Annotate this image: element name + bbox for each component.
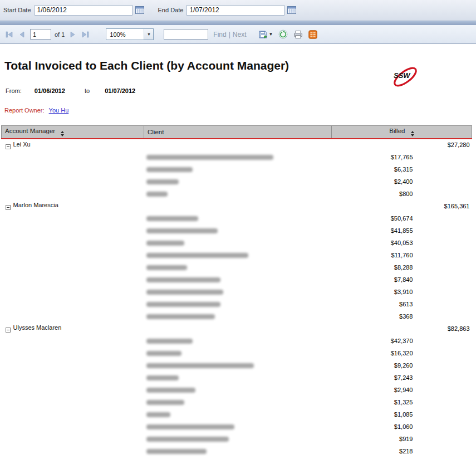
table-header-row: Account Manager Client Billed bbox=[2, 126, 472, 139]
sort-icon[interactable] bbox=[61, 131, 64, 136]
empty-cell bbox=[2, 286, 144, 298]
client-billed-value: $218 bbox=[332, 445, 472, 457]
empty-cell bbox=[2, 188, 144, 200]
find-input[interactable] bbox=[164, 29, 208, 40]
client-billed-value: $919 bbox=[332, 433, 472, 445]
client-row: $2,400 bbox=[2, 175, 472, 188]
client-cell bbox=[144, 261, 332, 273]
client-billed-value: $40,053 bbox=[332, 237, 472, 249]
data-feed-button[interactable] bbox=[306, 28, 320, 41]
empty-cell bbox=[2, 421, 144, 433]
client-name-redacted bbox=[146, 277, 220, 282]
client-name-redacted bbox=[146, 167, 193, 172]
first-page-button[interactable] bbox=[3, 28, 16, 41]
empty-cell bbox=[2, 163, 144, 175]
client-cell bbox=[144, 188, 332, 200]
column-header-billed[interactable]: Billed bbox=[332, 126, 472, 139]
client-billed-value: $2,400 bbox=[332, 175, 472, 188]
client-row: $919 bbox=[2, 433, 472, 445]
client-name-redacted bbox=[146, 241, 184, 246]
collapse-group-icon[interactable] bbox=[6, 144, 11, 149]
client-cell bbox=[144, 224, 332, 237]
empty-cell bbox=[2, 384, 144, 396]
account-manager-group-row: Marlon Marescia$165,361 bbox=[2, 200, 472, 212]
empty-cell bbox=[2, 212, 144, 224]
collapse-group-icon[interactable] bbox=[6, 205, 11, 210]
client-cell bbox=[144, 310, 332, 322]
find-button[interactable]: Find bbox=[213, 31, 226, 38]
export-save-button[interactable]: ▼ bbox=[256, 28, 276, 41]
client-cell bbox=[144, 298, 332, 310]
group-total-billed: $165,361 bbox=[332, 200, 472, 212]
client-cell bbox=[144, 249, 332, 261]
client-billed-value: $11,760 bbox=[332, 249, 472, 261]
next-page-button[interactable] bbox=[67, 28, 79, 41]
start-date-calendar-icon[interactable] bbox=[135, 6, 145, 14]
empty-cell bbox=[2, 433, 144, 445]
empty-cell bbox=[2, 359, 144, 372]
empty-cell bbox=[2, 237, 144, 249]
page-number-input[interactable] bbox=[30, 29, 51, 40]
client-row: $1,085 bbox=[2, 408, 472, 421]
account-manager-name: Lei Xu bbox=[13, 141, 31, 148]
report-owner-link[interactable]: You Hu bbox=[49, 107, 69, 114]
client-row: $17,765 bbox=[2, 151, 472, 163]
empty-cell bbox=[2, 310, 144, 322]
report-owner-line: Report Owner: You Hu bbox=[4, 107, 476, 114]
empty-cell bbox=[2, 445, 144, 457]
client-row: $50,674 bbox=[2, 212, 472, 224]
last-page-button[interactable] bbox=[79, 28, 91, 41]
client-name-redacted bbox=[146, 155, 273, 160]
client-name-redacted bbox=[146, 302, 220, 307]
account-manager-group-row: Lei Xu$27,280 bbox=[2, 139, 472, 151]
ssw-logo-text: SSW bbox=[394, 71, 411, 80]
client-row: $40,053 bbox=[2, 237, 472, 249]
column-header-account-manager[interactable]: Account Manager bbox=[2, 126, 144, 139]
account-manager-header-label: Account Manager bbox=[5, 128, 55, 134]
client-billed-value: $17,765 bbox=[332, 151, 472, 163]
empty-cell bbox=[2, 151, 144, 163]
client-name-redacted bbox=[146, 314, 215, 319]
find-next-separator: | bbox=[229, 31, 230, 38]
end-date-input[interactable] bbox=[187, 5, 284, 16]
sort-icon[interactable] bbox=[411, 131, 414, 136]
account-manager-group-row: Ulysses Maclaren$82,863 bbox=[2, 322, 472, 335]
client-billed-value: $2,940 bbox=[332, 384, 472, 396]
empty-cell bbox=[2, 261, 144, 273]
start-date-input[interactable] bbox=[35, 5, 133, 16]
client-name-redacted bbox=[146, 339, 193, 344]
client-cell bbox=[144, 408, 332, 421]
account-manager-cell: Marlon Marescia bbox=[2, 200, 144, 212]
parameter-bar: Start Date End Date bbox=[0, 0, 476, 21]
next-button[interactable]: Next bbox=[233, 31, 247, 38]
refresh-button[interactable] bbox=[276, 28, 291, 41]
client-header-label: Client bbox=[148, 129, 164, 135]
client-cell bbox=[144, 384, 332, 396]
report-page: SSW Total Invoiced to Each Client (by Ac… bbox=[0, 58, 476, 457]
zoom-select[interactable]: 100% ▼ bbox=[106, 28, 154, 40]
client-cell bbox=[144, 200, 332, 212]
client-name-redacted bbox=[146, 363, 254, 368]
client-name-redacted bbox=[146, 388, 195, 393]
toolbar-bottom-highlight bbox=[0, 44, 476, 45]
client-billed-value: $613 bbox=[332, 298, 472, 310]
client-row: $11,760 bbox=[2, 249, 472, 261]
client-row: $7,840 bbox=[2, 273, 472, 286]
print-button[interactable] bbox=[291, 28, 306, 41]
client-name-redacted bbox=[146, 351, 181, 356]
client-row: $1,060 bbox=[2, 421, 472, 433]
previous-page-button[interactable] bbox=[16, 28, 28, 41]
client-billed-value: $41,855 bbox=[332, 224, 472, 237]
client-row: $1,325 bbox=[2, 396, 472, 408]
column-header-client: Client bbox=[144, 126, 332, 139]
empty-cell bbox=[2, 249, 144, 261]
collapse-group-icon[interactable] bbox=[6, 328, 11, 333]
from-date-value: 01/06/2012 bbox=[35, 87, 65, 94]
end-date-calendar-icon[interactable] bbox=[287, 6, 297, 14]
zoom-value: 100% bbox=[106, 31, 144, 38]
client-row: $368 bbox=[2, 310, 472, 322]
client-billed-value: $1,325 bbox=[332, 396, 472, 408]
client-name-redacted bbox=[146, 265, 187, 270]
client-row: $6,315 bbox=[2, 163, 472, 175]
group-total-billed: $82,863 bbox=[332, 322, 472, 335]
